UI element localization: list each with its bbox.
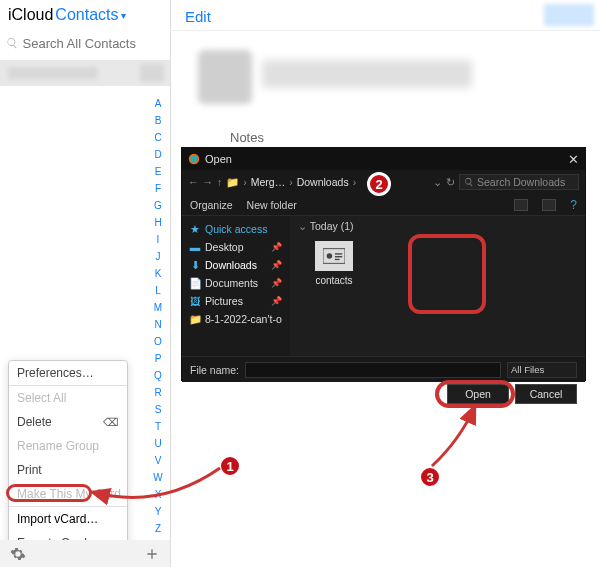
chevron-down-icon[interactable]: ⌄: [298, 220, 307, 232]
svg-rect-5: [335, 259, 340, 260]
alpha-W[interactable]: W: [153, 469, 162, 486]
cancel-button[interactable]: Cancel: [515, 384, 577, 404]
icloud-label: iCloud: [8, 6, 53, 24]
menu-delete[interactable]: Delete ⌫: [9, 410, 127, 434]
chevron-down-icon[interactable]: ⌄: [433, 176, 442, 188]
file-name-input[interactable]: [245, 362, 501, 378]
contact-list-row[interactable]: [0, 60, 170, 86]
preview-pane-icon[interactable]: [542, 199, 556, 211]
sidebar-quick-access[interactable]: ★Quick access: [182, 220, 290, 238]
alpha-M[interactable]: M: [154, 299, 162, 316]
sidebar-documents[interactable]: 📄Documents📌: [182, 274, 290, 292]
alpha-X[interactable]: X: [155, 486, 162, 503]
file-type-filter[interactable]: All Files: [507, 362, 577, 378]
contact-name-large-blurred: [262, 60, 472, 88]
close-icon[interactable]: ✕: [568, 152, 579, 167]
svg-point-2: [327, 253, 333, 259]
dialog-toolbar: Organize New folder ?: [182, 194, 585, 216]
alpha-F[interactable]: F: [155, 180, 161, 197]
alpha-Q[interactable]: Q: [154, 367, 162, 384]
alpha-C[interactable]: C: [154, 129, 161, 146]
dialog-sidebar: ★Quick access ▬Desktop📌 ⬇Downloads📌 📄Doc…: [182, 216, 290, 356]
contact-badge-blurred: [140, 64, 164, 82]
menu-select-all: Select All: [9, 386, 127, 410]
dialog-file-area: ⌄ Today (1) contacts: [290, 216, 585, 356]
folder-icon: 📁: [226, 176, 239, 189]
alpha-P[interactable]: P: [155, 350, 162, 367]
chevron-down-icon[interactable]: ▾: [121, 10, 126, 21]
alpha-N[interactable]: N: [154, 316, 161, 333]
edit-button[interactable]: Edit: [185, 8, 211, 25]
group-today-label: Today (1): [310, 220, 354, 232]
nav-forward-icon[interactable]: →: [203, 176, 214, 188]
help-icon[interactable]: ?: [570, 198, 577, 212]
dialog-search[interactable]: Search Downloads: [459, 174, 579, 190]
dialog-footer: File name: All Files: [182, 356, 585, 382]
step-badge-3: 3: [418, 465, 442, 489]
svg-rect-4: [335, 256, 342, 257]
menu-rename-group: Rename Group: [9, 434, 127, 458]
alpha-A[interactable]: A: [155, 95, 162, 112]
alpha-J[interactable]: J: [156, 248, 161, 265]
crumb-1[interactable]: Merg…: [251, 176, 285, 188]
sidebar-recent-folder[interactable]: 📁8-1-2022-can't-o: [182, 310, 290, 328]
refresh-icon[interactable]: ↻: [446, 176, 455, 188]
menu-make-my-card: Make This My Card: [9, 482, 127, 506]
sidebar-pictures[interactable]: 🖼Pictures📌: [182, 292, 290, 310]
alpha-Y[interactable]: Y: [155, 503, 162, 520]
alpha-H[interactable]: H: [154, 214, 161, 231]
nav-up-icon[interactable]: ↑: [217, 176, 222, 188]
menu-preferences[interactable]: Preferences…: [9, 361, 127, 385]
dialog-search-placeholder: Search Downloads: [477, 176, 565, 188]
open-button[interactable]: Open: [447, 384, 509, 404]
alpha-V[interactable]: V: [155, 452, 162, 469]
view-mode-icon[interactable]: [514, 199, 528, 211]
alpha-D[interactable]: D: [154, 146, 161, 163]
menu-import-vcard[interactable]: Import vCard…: [9, 507, 127, 531]
sidebar-separator: [170, 0, 171, 567]
plus-icon[interactable]: [144, 546, 160, 562]
search-icon: [6, 36, 19, 50]
search-input[interactable]: [23, 36, 164, 51]
sidebar-desktop[interactable]: ▬Desktop📌: [182, 238, 290, 256]
contact-name-blurred: [8, 67, 98, 79]
alpha-Z[interactable]: Z: [155, 520, 161, 537]
sidebar-downloads[interactable]: ⬇Downloads📌: [182, 256, 290, 274]
crumb-2[interactable]: Downloads: [297, 176, 349, 188]
alpha-B[interactable]: B: [155, 112, 162, 129]
gear-icon[interactable]: [10, 546, 26, 562]
search-row: [0, 30, 170, 56]
svg-rect-3: [335, 253, 342, 254]
header-separator: [170, 30, 600, 31]
alpha-E[interactable]: E: [155, 163, 162, 180]
alpha-K[interactable]: K: [155, 265, 162, 282]
menu-delete-label: Delete: [17, 415, 52, 429]
contacts-dropdown[interactable]: Contacts: [55, 6, 118, 24]
alpha-U[interactable]: U: [154, 435, 161, 452]
alpha-G[interactable]: G: [154, 197, 162, 214]
alpha-L[interactable]: L: [155, 282, 161, 299]
new-folder-button[interactable]: New folder: [247, 199, 297, 211]
alpha-I[interactable]: I: [157, 231, 160, 248]
organize-menu[interactable]: Organize: [190, 199, 233, 211]
notes-label: Notes: [230, 130, 264, 145]
highlight-ring-file: [408, 234, 486, 314]
account-menu-blurred[interactable]: [544, 4, 594, 26]
settings-menu: Preferences… Select All Delete ⌫ Rename …: [8, 360, 128, 567]
alpha-R[interactable]: R: [154, 384, 161, 401]
search-icon: [464, 177, 474, 187]
alpha-T[interactable]: T: [155, 418, 161, 435]
alpha-O[interactable]: O: [154, 333, 162, 350]
dialog-titlebar: Open ✕: [182, 148, 585, 170]
file-contacts[interactable]: contacts: [298, 236, 370, 291]
file-name-label: File name:: [190, 364, 239, 376]
alpha-S[interactable]: S: [155, 401, 162, 418]
menu-print[interactable]: Print: [9, 458, 127, 482]
step-badge-1: 1: [218, 454, 242, 478]
nav-back-icon[interactable]: ←: [188, 176, 199, 188]
step-badge-2: 2: [367, 172, 391, 196]
alpha-index[interactable]: ABCDEFGHIJKLMNOPQRSTUVWXYZ#: [150, 95, 166, 554]
bottom-toolbar: [0, 540, 170, 567]
dialog-title: Open: [205, 153, 232, 165]
svg-point-0: [190, 155, 199, 164]
